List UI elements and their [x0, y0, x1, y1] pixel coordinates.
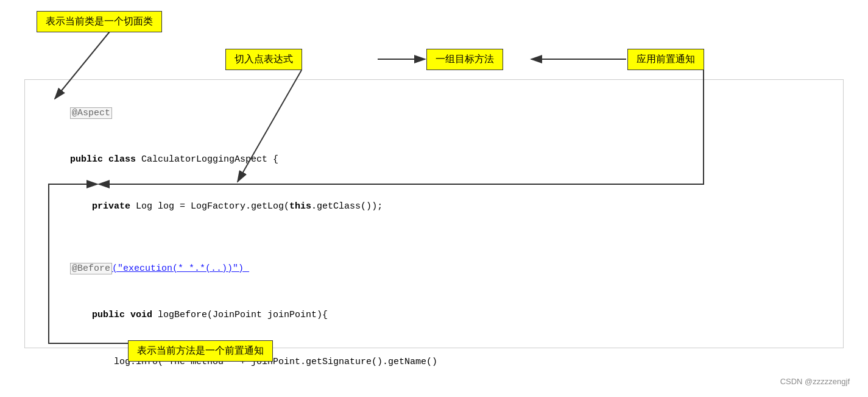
log-field-2: .getClass());	[311, 201, 383, 212]
keyword-void: void	[130, 310, 158, 320]
keyword-class: class	[108, 154, 141, 165]
label-before-advice: 表示当前方法是一个前置通知	[128, 340, 273, 362]
code-line-4: public void logBefore(JoinPoint joinPoin…	[37, 292, 831, 339]
class-name: CalculatorLoggingAspect {	[141, 154, 278, 165]
code-area: @Aspect public class CalculatorLoggingAs…	[24, 79, 844, 348]
label-target-methods: 一组目标方法	[426, 49, 503, 70]
before-annotation: @Before	[70, 263, 112, 274]
keyword-private: private	[70, 201, 136, 212]
code-line-6: + "() begins with " + Arrays.toString(jo…	[37, 385, 831, 398]
log-field: Log log = LogFactory.getLog(	[136, 201, 289, 212]
code-line-blank	[37, 230, 831, 246]
code-line-1: public class CalculatorLoggingAspect {	[37, 137, 831, 184]
main-container: @Aspect public class CalculatorLoggingAs…	[0, 0, 868, 397]
pointcut-expression: ("execution(* *.*(..))")	[112, 263, 249, 274]
code-line-3: @Before("execution(* *.*(..))")	[37, 245, 831, 292]
watermark: CSDN @zzzzzengjf	[780, 377, 850, 386]
keyword-this: this	[289, 201, 311, 212]
label-apply-before: 应用前置通知	[627, 49, 704, 70]
aspect-annotation: @Aspect	[70, 107, 112, 119]
code-line-aspect: @Aspect	[37, 90, 831, 137]
keyword-public2: public	[70, 310, 130, 320]
keyword-public: public	[70, 154, 108, 165]
label-pointcut: 切入点表达式	[225, 49, 302, 70]
label-aspect-class: 表示当前类是一个切面类	[37, 11, 162, 32]
code-line-2: private Log log = LogFactory.getLog(this…	[37, 183, 831, 230]
method-sig: logBefore(JoinPoint joinPoint){	[158, 310, 328, 320]
